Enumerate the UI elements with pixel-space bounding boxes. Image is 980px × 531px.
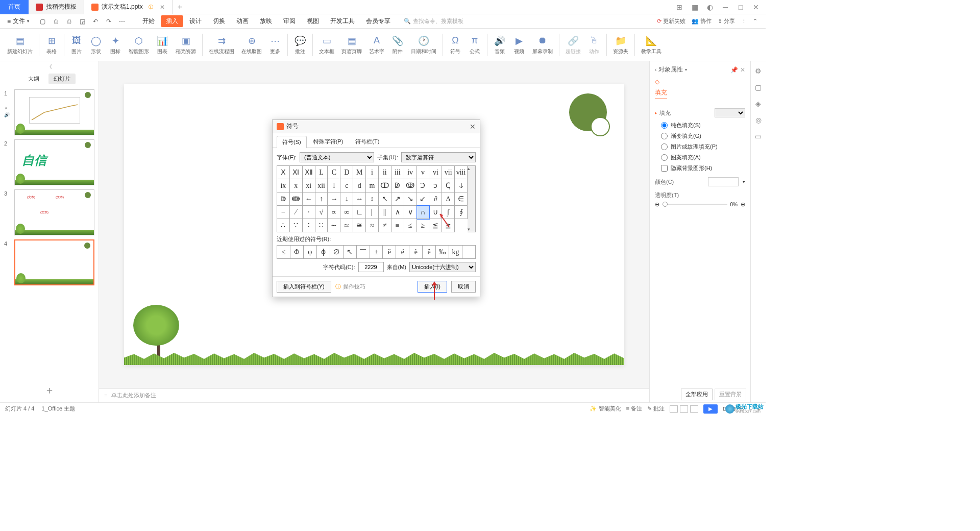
fill-type-select[interactable] xyxy=(715,108,745,117)
symbol-cell[interactable]: ∟ xyxy=(353,206,366,219)
fill-bucket-icon[interactable]: ◇ xyxy=(655,78,659,85)
transparency-slider[interactable] xyxy=(663,204,727,205)
symbol-cell[interactable]: ≧ xyxy=(442,219,455,232)
radio-gradient[interactable]: 渐变填充(G) xyxy=(661,132,745,140)
symbol-cell[interactable]: ∈ xyxy=(455,192,468,206)
recent-symbol-cell[interactable]: ± xyxy=(370,246,383,259)
symbol-cell[interactable]: C xyxy=(328,166,340,179)
ribbon-equation[interactable]: π公式 xyxy=(465,35,484,55)
dialog-tab-special[interactable]: 特殊字符(P) xyxy=(308,135,349,148)
slider-minus-icon[interactable]: ⊖ xyxy=(655,201,659,208)
symbol-cell[interactable]: ≥ xyxy=(417,219,430,232)
recent-symbol-cell[interactable]: ‰ xyxy=(436,246,449,259)
symbol-cell[interactable]: ↓ xyxy=(340,192,353,206)
symbol-cell[interactable]: ii xyxy=(379,166,391,179)
cancel-button[interactable]: 取消 xyxy=(451,281,476,293)
more-icon[interactable]: ⋯ xyxy=(118,17,126,26)
symbol-cell[interactable]: L xyxy=(315,166,328,179)
symbol-cell[interactable]: ↄ xyxy=(429,179,442,192)
dialog-close-icon[interactable]: ✕ xyxy=(470,123,476,131)
symbol-cell[interactable]: ↗ xyxy=(391,192,404,206)
recent-symbol-cell[interactable]: Φ xyxy=(290,246,304,259)
tab-home[interactable]: 首页 xyxy=(0,0,29,14)
ribbon-comment[interactable]: 💬批注 xyxy=(291,35,309,55)
symbol-cell[interactable]: ↔ xyxy=(353,192,366,206)
ribbon-wordart[interactable]: A艺术字 xyxy=(366,35,387,55)
ribbon-textbox[interactable]: ▭文本框 xyxy=(316,35,337,55)
symbol-cell[interactable]: ≡ xyxy=(391,219,404,232)
symbol-cell[interactable]: ≅ xyxy=(353,219,366,232)
radio-solid[interactable]: 纯色填充(S) xyxy=(661,122,745,129)
tab-document[interactable]: 演示文稿1.pptx ① ✕ xyxy=(84,0,173,14)
symbol-cell[interactable]: → xyxy=(328,192,340,206)
tab-start[interactable]: 开始 xyxy=(137,15,160,27)
strip-book-icon[interactable]: ▭ xyxy=(754,132,763,141)
symbol-cell[interactable]: ↆ xyxy=(455,179,468,192)
tab-member[interactable]: 会员专享 xyxy=(361,15,396,27)
insert-button[interactable]: 插入(I) xyxy=(418,281,447,293)
code-input[interactable] xyxy=(358,262,384,272)
comments-toggle[interactable]: ✎ 批注 xyxy=(647,405,665,413)
symbol-cell[interactable]: viii xyxy=(455,166,468,179)
symbol-cell[interactable]: xii xyxy=(315,179,328,192)
recent-symbol-cell[interactable]: è xyxy=(409,246,423,259)
tab-animation[interactable]: 动画 xyxy=(231,15,254,27)
symbol-cell[interactable]: Ⅺ xyxy=(290,166,303,179)
ribbon-picture[interactable]: 🖼图片 xyxy=(67,35,86,55)
symbol-cell[interactable]: ↙ xyxy=(417,192,430,206)
tab-transition[interactable]: 切换 xyxy=(208,15,230,27)
ribbon-mindmap[interactable]: ⊛在线脑图 xyxy=(238,35,265,55)
from-select[interactable]: Unicode(十六进制) xyxy=(409,262,476,272)
tips-link[interactable]: ⓘ操作技巧 xyxy=(335,283,365,291)
symbol-cell[interactable]: ∨ xyxy=(404,206,417,219)
color-chevron-icon[interactable]: ▾ xyxy=(743,179,745,184)
strip-slide-icon[interactable]: ▢ xyxy=(754,83,763,92)
recent-symbol-cell[interactable]: ≤ xyxy=(277,246,290,259)
recent-symbol-cell[interactable]: ￣ xyxy=(357,246,370,259)
symbol-cell[interactable]: ↈ xyxy=(290,192,303,206)
dialog-titlebar[interactable]: 符号 ✕ xyxy=(273,120,480,133)
recent-symbol-cell[interactable]: ê xyxy=(423,246,436,259)
ribbon-resources[interactable]: 📁资源夹 xyxy=(610,35,631,55)
chevron-left-icon[interactable]: ‹ xyxy=(655,67,656,73)
insert-to-bar-button[interactable]: 插入到符号栏(Y) xyxy=(277,281,331,293)
symbol-cell[interactable]: ∵ xyxy=(290,219,303,232)
radio-picture[interactable]: 图片或纹理填充(P) xyxy=(661,143,745,151)
symbol-cell[interactable]: ∷ xyxy=(315,219,328,232)
symbol-cell[interactable]: ← xyxy=(303,192,315,206)
recent-symbol-cell[interactable]: ↖ xyxy=(344,246,357,259)
radio-pattern[interactable]: 图案填充(A) xyxy=(661,154,745,161)
tab-developer[interactable]: 开发工具 xyxy=(325,15,360,27)
collab-button[interactable]: 👥 协作 xyxy=(692,17,712,25)
save-icon[interactable]: ⎙ xyxy=(52,17,60,26)
tab-outline[interactable]: 大纲 xyxy=(23,74,44,84)
thumb-4[interactable]: 4 xyxy=(4,239,94,285)
thumb-3[interactable]: 3 {文本} {文本} {文本} xyxy=(4,189,94,235)
symbol-cell[interactable]: ∶ xyxy=(303,219,315,232)
collapse-ribbon-icon[interactable]: ⌃ xyxy=(753,18,757,25)
view-normal-icon[interactable] xyxy=(670,405,678,413)
symbol-cell[interactable]: ↕ xyxy=(366,192,379,206)
color-swatch[interactable] xyxy=(708,177,739,186)
recent-symbol-cell[interactable]: ∅ xyxy=(330,246,344,259)
symbol-cell[interactable]: vi xyxy=(429,166,442,179)
collapse-thumbs-icon[interactable]: 《 xyxy=(0,61,99,70)
apply-all-button[interactable]: 全部应用 xyxy=(681,389,713,400)
ribbon-screen-record[interactable]: ⏺屏幕录制 xyxy=(529,35,556,55)
dialog-tab-bar[interactable]: 符号栏(T) xyxy=(350,135,385,148)
radio-pattern-input[interactable] xyxy=(661,154,668,161)
slideshow-button[interactable]: ▶ xyxy=(703,404,718,414)
symbol-cell[interactable]: x xyxy=(290,179,303,192)
user-avatar-icon[interactable]: ◐ xyxy=(705,3,715,12)
symbol-cell[interactable]: ∝ xyxy=(328,206,340,219)
symbol-cell[interactable]: vii xyxy=(442,166,455,179)
symbol-cell[interactable]: i xyxy=(366,166,379,179)
symbol-cell[interactable]: ∪ xyxy=(429,206,442,219)
tab-review[interactable]: 审阅 xyxy=(278,15,301,27)
strip-settings-icon[interactable]: ⚙ xyxy=(754,66,763,76)
symbol-cell[interactable]: ∞ xyxy=(340,206,353,219)
symbol-cell[interactable]: ↅ xyxy=(442,179,455,192)
print-icon[interactable]: ⎙ xyxy=(65,17,73,26)
symbol-cell[interactable]: iii xyxy=(391,166,404,179)
ribbon-smartart[interactable]: ⬡智能图形 xyxy=(126,35,152,55)
